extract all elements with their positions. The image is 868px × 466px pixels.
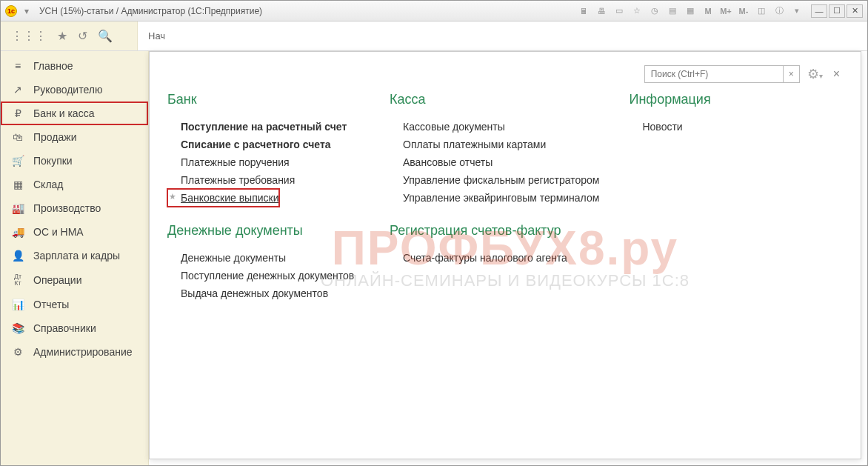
sidebar-icon: 🛒	[11, 155, 24, 167]
info-icon[interactable]: ⓘ	[772, 4, 786, 18]
menu-link[interactable]: Выдача денежных документов	[167, 284, 360, 302]
search-clear-button[interactable]: ×	[783, 66, 799, 82]
sidebar-label: Главное	[33, 60, 73, 72]
sidebar-item-6[interactable]: 🏭Производство	[1, 196, 148, 220]
search-input[interactable]	[645, 69, 783, 79]
sidebar-label: Справочники	[33, 322, 96, 334]
tab-hint: Нач	[138, 21, 867, 50]
sidebar-icon: 🏭	[11, 202, 24, 214]
memory-mminus[interactable]: M-	[737, 4, 750, 18]
apps-icon[interactable]: ⋮⋮⋮	[11, 29, 47, 43]
minimize-button[interactable]: —	[811, 4, 827, 18]
sidebar-icon: 📊	[11, 299, 24, 310]
menu-link[interactable]: Авансовые отчеты	[390, 153, 599, 171]
column-title[interactable]: Касса	[390, 92, 599, 107]
sidebar: ≡Главное↗Руководителю₽Банк и касса🛍Прода…	[1, 51, 149, 465]
sidebar-icon: ⚙	[11, 346, 24, 358]
sidebar-label: Покупки	[33, 155, 73, 167]
search-icon[interactable]: 🔍	[98, 29, 113, 43]
sidebar-item-8[interactable]: 👤Зарплата и кадры	[1, 244, 148, 267]
sidebar-label: ОС и НМА	[33, 226, 84, 238]
dropdown-icon[interactable]: ▾	[790, 4, 804, 18]
sidebar-item-1[interactable]: ↗Руководителю	[1, 78, 148, 101]
menu-link[interactable]: Платежные требования	[167, 171, 360, 189]
sidebar-label: Операции	[33, 274, 82, 286]
menu-link[interactable]: Кассовые документы	[390, 118, 599, 136]
app-logo-icon: 1c	[5, 5, 17, 17]
menu-link[interactable]: Поступление на расчетный счет	[167, 118, 360, 136]
calc2-icon[interactable]: ▤	[666, 4, 679, 18]
sidebar-label: Производство	[33, 202, 101, 214]
sidebar-label: Руководителю	[33, 84, 102, 96]
panel-column-2: ИнформацияНовости	[629, 92, 821, 302]
sidebar-icon: 🚚	[11, 226, 24, 238]
sidebar-item-2[interactable]: ₽Банк и касса	[1, 101, 148, 125]
column-title[interactable]: Денежные документы	[167, 223, 360, 239]
sidebar-item-9[interactable]: ДтКтОперации	[1, 267, 148, 293]
sidebar-label: Отчеты	[33, 299, 69, 310]
sidebar-item-10[interactable]: 📊Отчеты	[1, 293, 148, 316]
sidebar-label: Банк и касса	[33, 107, 94, 119]
calc-icon[interactable]: 🖩	[577, 4, 590, 18]
menu-link[interactable]: Новости	[629, 118, 821, 136]
sidebar-label: Зарплата и кадры	[33, 250, 120, 262]
sidebar-label: Администрирование	[33, 346, 133, 358]
memory-mplus[interactable]: M+	[719, 4, 732, 18]
sidebar-item-12[interactable]: ⚙Администрирование	[1, 340, 148, 364]
sidebar-label: Продажи	[33, 131, 76, 143]
star-icon[interactable]: ☆	[630, 4, 644, 18]
menu-link[interactable]: Счета-фактуры налогового агента	[390, 249, 599, 267]
sidebar-icon: 🛍	[11, 131, 24, 143]
panel-column-1: КассаКассовые документыОплаты платежными…	[390, 92, 599, 302]
sidebar-item-3[interactable]: 🛍Продажи	[1, 125, 148, 149]
menu-link[interactable]: Оплаты платежными картами	[390, 136, 599, 153]
sidebar-icon: ▦	[11, 179, 24, 190]
sidebar-icon: ₽	[11, 107, 24, 119]
menu-link[interactable]: Управление эквайринговым терминалом	[390, 189, 599, 207]
menu-link[interactable]: Поступление денежных документов	[167, 267, 360, 284]
sidebar-item-0[interactable]: ≡Главное	[1, 54, 148, 78]
grid-icon[interactable]: ▦	[684, 4, 697, 18]
search-box: ×	[644, 65, 800, 83]
history-icon[interactable]: ↺	[78, 29, 87, 43]
sidebar-item-4[interactable]: 🛒Покупки	[1, 149, 148, 173]
panel-icon[interactable]: ◫	[755, 4, 768, 18]
gear-icon[interactable]: ⚙▾	[807, 66, 823, 82]
titlebar: 1c ▾ УСН (15%)-статьи / Администратор (1…	[1, 1, 867, 21]
panel-column-0: БанкПоступление на расчетный счетСписани…	[167, 92, 360, 302]
menu-link[interactable]: Денежные документы	[167, 249, 360, 267]
sidebar-icon: ДтКт	[11, 273, 24, 287]
sidebar-icon: 📚	[11, 322, 24, 334]
print-icon[interactable]: 🖶	[595, 4, 608, 18]
top-toolbar: ⋮⋮⋮ ★ ↺ 🔍 Нач	[1, 21, 867, 51]
column-title[interactable]: Банк	[167, 92, 360, 107]
doc-icon[interactable]: ▭	[612, 4, 626, 18]
favorite-icon[interactable]: ★	[57, 29, 67, 43]
clock-icon[interactable]: ◷	[648, 4, 661, 18]
sidebar-icon: ↗	[11, 84, 24, 96]
sidebar-icon: 👤	[11, 250, 24, 262]
sidebar-icon: ≡	[11, 60, 24, 72]
menu-link[interactable]: Платежные поручения	[167, 153, 360, 171]
app-menu-dropdown[interactable]: ▾	[21, 6, 32, 16]
column-title[interactable]: Регистрация счетов-фактур	[390, 223, 599, 239]
section-panel: × ⚙▾ × БанкПоступление на расчетный счет…	[149, 51, 861, 459]
panel-close-button[interactable]: ×	[830, 67, 843, 81]
titlebar-tools: 🖩 🖶 ▭ ☆ ◷ ▤ ▦ M M+ M- ◫ ⓘ ▾	[577, 4, 804, 18]
memory-m[interactable]: M	[701, 4, 715, 18]
sidebar-item-7[interactable]: 🚚ОС и НМА	[1, 220, 148, 244]
window-title: УСН (15%)-статьи / Администратор (1С:Пре…	[39, 6, 262, 16]
menu-link[interactable]: Банковские выписки	[167, 189, 279, 207]
sidebar-item-5[interactable]: ▦Склад	[1, 173, 148, 196]
maximize-button[interactable]: ☐	[829, 4, 845, 18]
sidebar-label: Склад	[33, 179, 64, 190]
menu-link[interactable]: Списание с расчетного счета	[167, 136, 360, 153]
menu-link[interactable]: Управление фискальным регистратором	[390, 171, 599, 189]
column-title[interactable]: Информация	[629, 92, 821, 107]
close-button[interactable]: ✕	[847, 4, 863, 18]
sidebar-item-11[interactable]: 📚Справочники	[1, 316, 148, 340]
